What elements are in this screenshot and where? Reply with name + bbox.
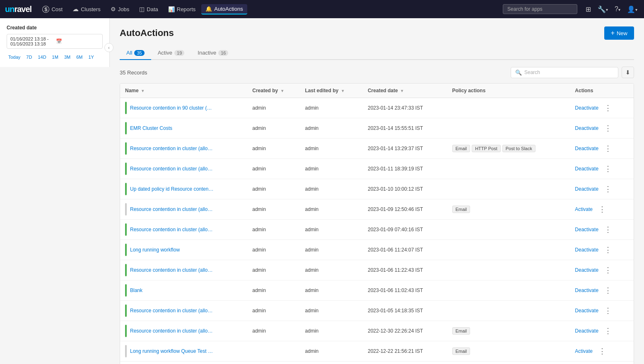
cell-actions: Deactivate ⋮ <box>570 362 634 364</box>
row-name-link[interactable]: Resource contention in cluster (allo… <box>130 267 212 273</box>
cell-created-by: admin <box>247 220 300 240</box>
row-status-indicator <box>125 183 127 195</box>
cell-created-by: admin <box>247 362 300 364</box>
row-name-link[interactable]: Long running workflow <box>130 247 180 253</box>
cell-created-by: admin <box>247 139 300 159</box>
row-name-link[interactable]: Resource contention in cluster (allo… <box>130 308 212 314</box>
nav-item-jobs[interactable]: Jobs <box>106 4 133 14</box>
nav-item-autoactions[interactable]: AutoActions <box>201 4 247 14</box>
col-header-created-date[interactable]: Created date ▾ <box>363 84 447 98</box>
nav-icons: ⊞ 🔧 ? 👤 <box>584 4 639 15</box>
more-options-button[interactable]: ⋮ <box>602 265 614 275</box>
table-header-row: Name ▾ Created by ▾ Last edited by ▾ C <box>120 84 634 98</box>
table-toolbar: 35 Records 🔍 ⬇ <box>120 67 634 78</box>
tab-active[interactable]: Active 19 <box>151 46 191 60</box>
row-name-link[interactable]: Resource contention in cluster (allo… <box>130 206 212 212</box>
activate-button[interactable]: Activate <box>575 348 593 354</box>
sidebar: Created date 01/16/2022 13:18 - 01/16/20… <box>0 18 110 67</box>
deactivate-button[interactable]: Deactivate <box>575 186 598 192</box>
help-button[interactable]: ? <box>613 4 622 14</box>
col-header-name[interactable]: Name ▾ <box>120 84 247 98</box>
download-icon: ⬇ <box>625 69 630 76</box>
more-options-button[interactable]: ⋮ <box>602 103 614 113</box>
tab-all[interactable]: All 35 <box>120 46 151 60</box>
more-options-button[interactable]: ⋮ <box>596 204 608 215</box>
deactivate-button[interactable]: Deactivate <box>575 328 598 334</box>
more-options-button[interactable]: ⋮ <box>596 346 608 357</box>
shortcut-1y[interactable]: 1Y <box>87 54 95 60</box>
more-options-button[interactable]: ⋮ <box>602 244 614 255</box>
row-name-link[interactable]: Long running workflow Queue Test … <box>130 348 213 354</box>
cell-last-edited-by: admin <box>300 240 363 260</box>
global-search-input[interactable] <box>503 4 577 14</box>
shortcut-1m[interactable]: 1M <box>51 54 60 60</box>
more-options-button[interactable]: ⋮ <box>602 184 614 194</box>
more-options-button[interactable]: ⋮ <box>602 285 614 296</box>
policy-badge: Email <box>452 327 470 335</box>
row-name-link[interactable]: Resource contention in cluster (allo… <box>130 166 212 172</box>
chevron-down-icon <box>606 5 608 13</box>
tab-inactive[interactable]: Inactive 16 <box>191 46 235 60</box>
deactivate-button[interactable]: Deactivate <box>575 125 598 131</box>
deactivate-button[interactable]: Deactivate <box>575 267 598 273</box>
cell-actions: Deactivate ⋮ <box>570 260 634 280</box>
integrations-button[interactable]: 🔧 <box>596 4 610 15</box>
data-icon <box>139 6 145 12</box>
cell-actions: Deactivate ⋮ <box>570 118 634 139</box>
col-header-last-edited-by[interactable]: Last edited by ▾ <box>300 84 363 98</box>
more-options-button[interactable]: ⋮ <box>602 224 614 235</box>
nav-item-clusters[interactable]: Clusters <box>68 4 105 14</box>
shortcut-6m[interactable]: 6M <box>75 54 84 60</box>
table-search-box: 🔍 <box>511 67 618 78</box>
cell-created-by <box>247 341 300 362</box>
row-name-link[interactable]: Resource contention in cluster (allo… <box>130 146 212 151</box>
shortcut-today[interactable]: Today <box>7 54 22 60</box>
more-options-button[interactable]: ⋮ <box>602 326 614 336</box>
date-range-display: 01/16/2022 13:18 - 01/16/2023 13:18 <box>7 34 103 49</box>
autoactions-icon <box>205 6 212 12</box>
col-header-created-by[interactable]: Created by ▾ <box>247 84 300 98</box>
row-name-link[interactable]: Blank <box>130 287 142 293</box>
sidebar-collapse-button[interactable]: ‹ <box>104 43 113 52</box>
deactivate-button[interactable]: Deactivate <box>575 146 598 151</box>
cell-name: Resource contention in 90 cluster (… <box>120 98 247 118</box>
more-options-button[interactable]: ⋮ <box>602 163 614 174</box>
plus-icon <box>611 29 615 37</box>
nav-item-cost[interactable]: Cost <box>38 5 67 14</box>
cell-created-by: admin <box>247 321 300 341</box>
deactivate-button[interactable]: Deactivate <box>575 227 598 232</box>
row-name-link[interactable]: EMR Cluster Costs <box>130 125 172 131</box>
cell-created-date: 2023-01-10 10:00:12 IST <box>363 179 447 199</box>
cell-name: Resource contention in cluster (allo… <box>120 321 247 341</box>
new-button[interactable]: New <box>604 26 634 40</box>
more-options-button[interactable]: ⋮ <box>602 143 614 154</box>
cell-created-by: admin <box>247 280 300 301</box>
deactivate-button[interactable]: Deactivate <box>575 105 598 111</box>
row-name-link[interactable]: Resource contention in 90 cluster (… <box>130 105 212 111</box>
deactivate-button[interactable]: Deactivate <box>575 247 598 253</box>
user-profile-button[interactable]: 👤 <box>625 4 639 15</box>
deactivate-button[interactable]: Deactivate <box>575 287 598 293</box>
deactivate-button[interactable]: Deactivate <box>575 166 598 172</box>
nav-item-data[interactable]: Data <box>135 4 162 14</box>
more-options-button[interactable]: ⋮ <box>602 123 614 134</box>
cell-created-by: admin <box>247 159 300 179</box>
shortcut-14d[interactable]: 14D <box>36 54 48 60</box>
cell-created-date: 2023-01-09 12:50:46 IST <box>363 199 447 220</box>
shortcut-7d[interactable]: 7D <box>24 54 34 60</box>
activate-button[interactable]: Activate <box>575 206 593 212</box>
row-name-link[interactable]: Up dated policy id Resource conten… <box>130 186 213 192</box>
download-button[interactable]: ⬇ <box>622 67 634 78</box>
cell-policy-actions: EmailHTTP PostPost to Slack <box>447 139 570 159</box>
policy-badge: Email <box>452 347 470 355</box>
deactivate-button[interactable]: Deactivate <box>575 308 598 314</box>
nav-item-reports[interactable]: Reports <box>164 5 200 14</box>
row-name-link[interactable]: Resource contention in cluster (allo… <box>130 328 212 334</box>
row-name-link[interactable]: Resource contention in cluster (allo… <box>130 227 212 232</box>
shortcut-3m[interactable]: 3M <box>63 54 72 60</box>
grid-icon-button[interactable]: ⊞ <box>584 4 593 15</box>
more-options-button[interactable]: ⋮ <box>602 305 614 316</box>
table-row: Long running workflow Queue Test … admin… <box>120 341 634 362</box>
table-search-input[interactable] <box>524 69 614 75</box>
cell-last-edited-by: admin <box>300 280 363 301</box>
